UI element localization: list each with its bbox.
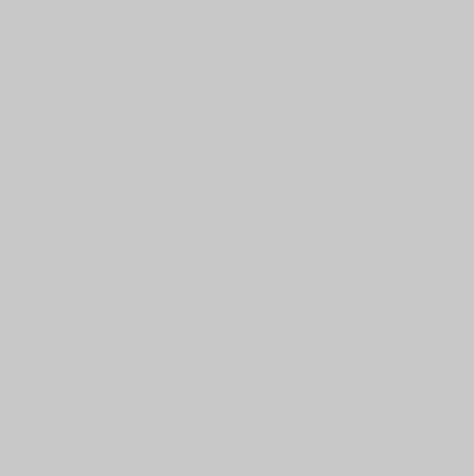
main-container — [4, 4, 470, 5]
